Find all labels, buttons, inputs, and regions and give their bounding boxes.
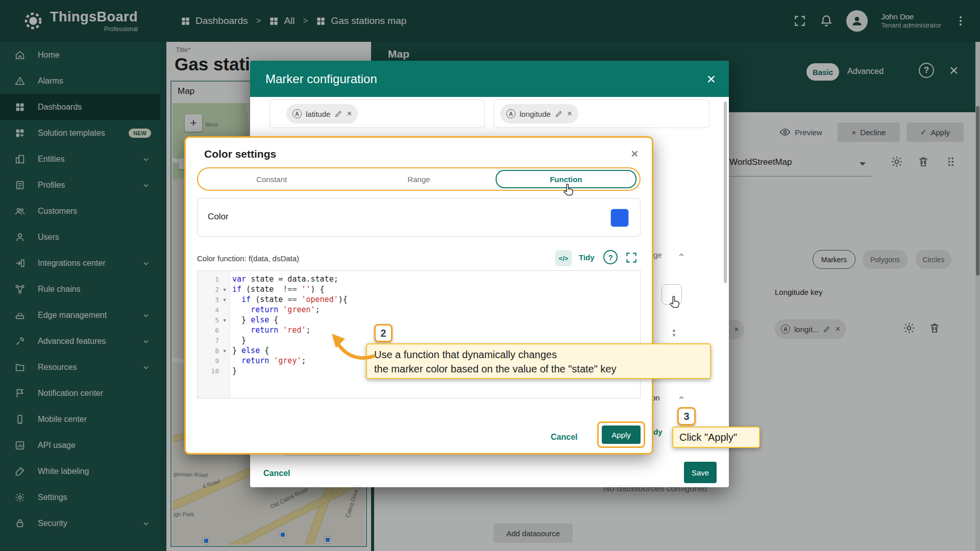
latitude-key-chip[interactable]: A latitude × — [286, 104, 358, 123]
fold-toggle-icon[interactable]: ▾ — [219, 287, 230, 292]
range-label-fragment: ge — [653, 251, 662, 259]
cancel-button[interactable]: Cancel — [551, 433, 577, 442]
stepper-down-icon[interactable]: ▼ — [672, 333, 676, 338]
dialog-header: Marker configuration × — [250, 61, 729, 97]
tab-range[interactable]: Range — [345, 168, 492, 190]
edit-pencil-icon[interactable] — [334, 110, 342, 118]
code-line[interactable]: 4 return 'green'; — [198, 305, 640, 315]
code-block-toggle[interactable]: </> — [555, 250, 572, 266]
code-line[interactable]: 5▾ } else { — [198, 315, 640, 325]
close-icon[interactable]: × — [631, 146, 639, 162]
dialog-title: Marker configuration — [265, 72, 377, 86]
apply-highlight-frame: Apply — [597, 421, 645, 448]
hand-cursor-icon — [668, 295, 681, 309]
tidy-button[interactable]: Tidy — [579, 253, 595, 262]
hand-cursor-icon — [561, 183, 575, 196]
chevron-up-icon[interactable] — [677, 393, 686, 403]
color-settings-dialog: Color settings × Constant Range Function… — [184, 136, 653, 455]
save-button[interactable]: Save — [684, 462, 717, 483]
chip-label: longitude — [520, 110, 551, 118]
code-line[interactable]: 1var state = data.state; — [198, 274, 640, 284]
close-icon[interactable]: × — [706, 71, 716, 87]
tab-function-label: Function — [550, 175, 582, 184]
tutorial-step-3-note: Click "Apply" — [672, 427, 760, 448]
fold-toggle-icon[interactable]: ▾ — [219, 348, 230, 354]
color-field: Color — [197, 198, 641, 237]
number-stepper[interactable]: ▲▼ — [672, 328, 676, 338]
tutorial-step-2-note: Use a function that dynamically changes … — [366, 343, 711, 379]
tutorial-step-3-badge: 3 — [677, 407, 696, 425]
longitude-key-chip[interactable]: A longitude × — [500, 104, 578, 123]
tutorial-step-2-line1: Use a function that dynamically changes — [374, 347, 703, 362]
color-picker-swatch[interactable] — [610, 209, 629, 227]
close-icon[interactable]: × — [567, 109, 572, 119]
help-icon[interactable]: ? — [603, 250, 618, 264]
tidy-label-fragment[interactable]: dy — [653, 428, 663, 436]
fold-toggle-icon[interactable]: ▾ — [219, 317, 230, 323]
edit-pencil-icon[interactable] — [555, 110, 563, 118]
tutorial-step-2-line2: the marker color based on the value of t… — [374, 362, 703, 376]
chevron-up-icon[interactable] — [677, 251, 686, 260]
apply-button[interactable]: Apply — [602, 425, 641, 444]
fullscreen-icon[interactable] — [625, 251, 638, 264]
attribute-icon: A — [506, 109, 516, 118]
tutorial-arrow — [330, 330, 376, 360]
tab-constant[interactable]: Constant — [198, 168, 345, 190]
thingsboard-app: ThingsBoard Professional Dashboards > Al… — [0, 0, 980, 551]
code-line[interactable]: 2▾if (state !== '') { — [198, 284, 640, 294]
fold-toggle-icon[interactable]: ▾ — [219, 297, 230, 303]
color-function-label: Color function: f(data, dsData) — [197, 254, 299, 263]
code-editor[interactable]: 1var state = data.state;2▾if (state !== … — [197, 270, 641, 398]
dialog-title: Color settings — [204, 148, 276, 160]
close-icon[interactable]: × — [347, 109, 352, 119]
tutorial-step-3-text: Click "Apply" — [679, 432, 737, 443]
chip-label: latitude — [306, 110, 330, 118]
cancel-button[interactable]: Cancel — [263, 469, 290, 478]
code-line[interactable]: 6 return 'red'; — [198, 325, 640, 335]
dialog-scrollbar[interactable] — [724, 102, 727, 283]
color-label: Color — [208, 212, 229, 222]
attribute-icon: A — [292, 109, 302, 118]
stepper-up-icon[interactable]: ▲ — [672, 328, 676, 333]
tutorial-step-2-badge: 2 — [374, 324, 393, 342]
code-line[interactable]: 3▾ if (state == 'opened'){ — [198, 294, 640, 305]
